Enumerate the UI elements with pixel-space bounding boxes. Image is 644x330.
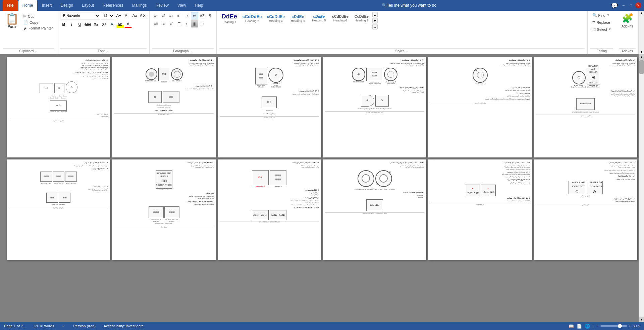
- scroll-up-arrow[interactable]: ▲: [639, 54, 644, 60]
- zoom-control: − + 30%: [596, 323, 640, 329]
- page-7[interactable]: ۱-۵-۱۰-۱ اجزاء یاتاقان‌های سوزنی: سوزن‌ه…: [7, 159, 110, 260]
- paste-button[interactable]: 📋 Paste: [3, 12, 21, 30]
- rtl-text-button[interactable]: ⇐: [191, 12, 198, 19]
- text-effects-button[interactable]: A: [108, 21, 116, 28]
- increase-indent-button[interactable]: ⇥: [183, 12, 191, 19]
- sort-button[interactable]: AZ: [199, 12, 206, 19]
- add-ins-button[interactable]: 🧩 Add-ins: [619, 12, 636, 29]
- font-name-row: B Nazanin 14 A+ A- Aa A✕: [60, 12, 147, 19]
- find-button[interactable]: 🔍 Find ▼: [590, 12, 611, 18]
- styles-scroll-down[interactable]: ▼: [372, 18, 378, 23]
- page-4[interactable]: ۱-۵-۸-۱ انواع یاتاقانی استوانه‌ای: شکل ۱…: [323, 57, 426, 157]
- style-heading3[interactable]: cCdDdEe Heading 3: [265, 13, 287, 23]
- tab-insert[interactable]: Insert: [38, 0, 56, 11]
- styles-dialog-icon[interactable]: ⌄: [406, 50, 409, 53]
- tab-references[interactable]: References: [99, 0, 127, 11]
- tab-design[interactable]: Design: [57, 0, 77, 11]
- font-size-select[interactable]: 14: [101, 12, 114, 19]
- view-read-btn[interactable]: 📖: [569, 324, 574, 329]
- page-1[interactable]: ١-۵-۵ انواع یاتاقان‌های استوانه‌ای: قبل …: [7, 57, 110, 157]
- italic-button[interactable]: I: [68, 21, 75, 28]
- borders-button[interactable]: ⊞: [199, 20, 206, 27]
- style-heading5[interactable]: cDdEe Heading 5: [309, 13, 329, 23]
- style-heading6[interactable]: cCdDdEe Heading 6: [330, 13, 351, 23]
- vertical-scrollbar[interactable]: ▲ ▼: [639, 54, 644, 322]
- change-case-button[interactable]: Aa: [131, 12, 139, 19]
- multilevel-list-button[interactable]: ≡↓: [168, 12, 175, 19]
- tab-mailings[interactable]: Mailings: [128, 0, 151, 11]
- justify-button[interactable]: ☰: [175, 20, 183, 27]
- tab-file[interactable]: File: [3, 0, 18, 11]
- page-12[interactable]: ۱-۸-۱۸-۱ محاسبه یاتاقان‌های غلتکی: ۱. سا…: [534, 159, 637, 260]
- tab-layout[interactable]: Layout: [78, 0, 98, 11]
- align-left-button[interactable]: ≡⃚: [152, 20, 160, 27]
- align-right-button[interactable]: ≡⃚: [168, 20, 175, 27]
- text-highlight-button[interactable]: ab: [116, 21, 124, 28]
- page-9[interactable]: ۱-۸-۱۰-۱ یاتاقان‌های غلتکی دو ردیفه: نمو…: [218, 159, 321, 260]
- font-color-button[interactable]: A: [124, 21, 132, 28]
- bold-button[interactable]: B: [60, 21, 67, 28]
- comment-icon[interactable]: 💬: [611, 2, 618, 9]
- page-8[interactable]: ۸-۵-۱۰-۱ یاتاقان‌های غلتکی دوردیفه: نمون…: [112, 159, 215, 260]
- show-hide-button[interactable]: ¶: [206, 12, 214, 19]
- tab-review[interactable]: Review: [151, 0, 172, 11]
- view-web-btn[interactable]: 🌐: [585, 324, 590, 329]
- page-2[interactable]: ۲-۵-۱ انواع یاتاقان‌های ساچمه‌ای: شرکت‌ه…: [112, 57, 215, 157]
- decrease-indent-button[interactable]: ⇤: [175, 12, 183, 19]
- copy-button[interactable]: 📄 Copy: [22, 19, 54, 25]
- bullets-button[interactable]: ≡•: [152, 12, 160, 19]
- styles-scroll-up[interactable]: ▲: [372, 12, 378, 17]
- font-name-select[interactable]: B Nazanin: [60, 12, 100, 19]
- style-heading4[interactable]: cDdEe Heading 4: [288, 13, 308, 23]
- language[interactable]: Persian (Iran): [73, 324, 96, 328]
- page-10[interactable]: ۱-۵-۸-۱ محاسبه یاتاقان‌های یک زنجیره جدا…: [323, 159, 426, 260]
- font-grow-button[interactable]: A+: [115, 12, 122, 19]
- title-bar-right: 💬 ─ □ ✕: [611, 2, 641, 9]
- tab-home[interactable]: Home: [18, 0, 37, 11]
- paragraph-dialog-icon[interactable]: ⌄: [190, 50, 193, 53]
- tab-help[interactable]: Help: [191, 0, 207, 11]
- scrollbar-thumb[interactable]: [639, 60, 644, 74]
- clipboard-label: Clipboard ⌄: [3, 48, 54, 54]
- clear-format-button[interactable]: A✕: [139, 12, 147, 19]
- underline-button[interactable]: U: [76, 21, 84, 28]
- clipboard-dialog-icon[interactable]: ⌄: [35, 50, 38, 53]
- ribbon-scroll-down[interactable]: ▼: [639, 50, 644, 54]
- maximize-button[interactable]: □: [628, 2, 634, 8]
- page-3[interactable]: ۱-۵-۷-۱ انواع یاتاقان‌های ساچمه‌ای: المح…: [218, 57, 321, 157]
- replace-button[interactable]: ⇄ Replace: [590, 19, 612, 25]
- tell-me-bar[interactable]: 🔍 Tell me what you want to do: [208, 3, 610, 8]
- view-print-btn[interactable]: 📄: [577, 324, 582, 329]
- close-button[interactable]: ✕: [635, 2, 641, 8]
- font-shrink-button[interactable]: A-: [123, 12, 130, 19]
- page-5[interactable]: ۱-۸-۱ انواع یاتاقانی استوانه‌ای: شکل ۱۴ …: [428, 57, 532, 157]
- format-painter-button[interactable]: 🖌 Format Painter: [22, 25, 54, 31]
- scroll-down-arrow[interactable]: ▼: [639, 317, 644, 322]
- zoom-out-btn[interactable]: −: [596, 323, 599, 329]
- spell-check-icon[interactable]: ✓: [62, 324, 65, 328]
- styles-more[interactable]: ⌄: [372, 24, 378, 29]
- superscript-button[interactable]: X²: [100, 21, 108, 28]
- document-area[interactable]: ١-۵-۵ انواع یاتاقان‌های استوانه‌ای: قبل …: [0, 54, 644, 322]
- line-spacing-button[interactable]: ↕: [183, 20, 191, 27]
- style-heading1[interactable]: DdEe Heading 1: [219, 12, 239, 25]
- tab-view[interactable]: View: [173, 0, 190, 11]
- zoom-level[interactable]: 30%: [633, 324, 640, 328]
- shading-button[interactable]: ▓: [191, 20, 198, 27]
- style-heading2[interactable]: cCdDdEe Heading 2: [240, 13, 264, 24]
- subscript-button[interactable]: X₂: [92, 21, 100, 28]
- minimize-button[interactable]: ─: [621, 2, 627, 8]
- page-11[interactable]: ۱-۸-۱ محاسبه یاتاقان‌های جداشدنی: ۱. ساخ…: [428, 159, 532, 260]
- numbering-button[interactable]: ≡1: [160, 12, 167, 19]
- zoom-slider[interactable]: [600, 325, 627, 327]
- strikethrough-button[interactable]: abc: [84, 21, 92, 28]
- style-heading7[interactable]: CcDdEe Heading 7: [352, 13, 372, 23]
- accessibility-btn[interactable]: Accessibility: Investigate: [104, 324, 144, 328]
- align-center-button[interactable]: ≡: [160, 20, 167, 27]
- select-button[interactable]: ⬚ Select ▼: [590, 26, 613, 32]
- ribbon-scroll-up[interactable]: ▲: [639, 11, 644, 15]
- cut-button[interactable]: ✂ Cut: [22, 13, 54, 19]
- font-dialog-icon[interactable]: ⌄: [106, 50, 109, 53]
- zoom-in-btn[interactable]: +: [629, 323, 631, 329]
- page-6[interactable]: ۸-۸-۱ انواع یاتاقان استوانه‌ای: شرکت‌ها:…: [534, 57, 637, 157]
